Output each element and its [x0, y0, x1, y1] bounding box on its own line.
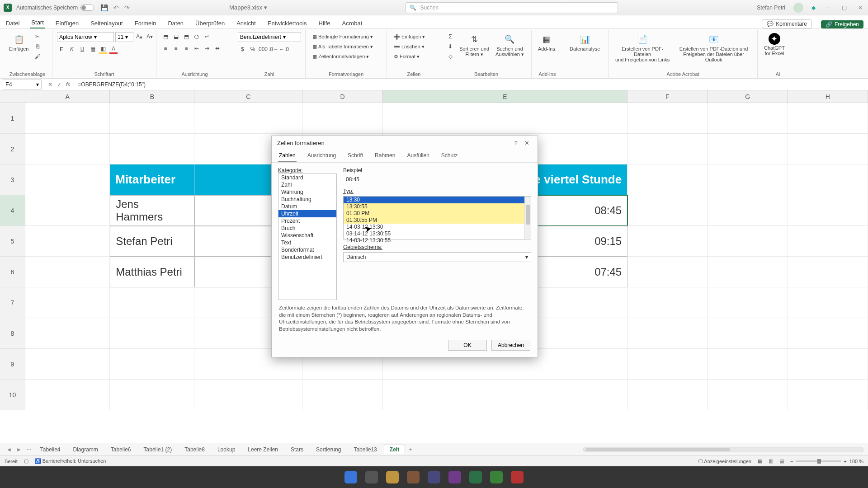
dialog-titlebar[interactable]: Zellen formatieren ? ✕: [272, 136, 538, 150]
type-option[interactable]: 14-03-12 13:30: [344, 224, 531, 230]
type-scrollbar[interactable]: [524, 197, 531, 239]
sort-filter-button[interactable]: ⇅Sortieren und Filtern ▾: [458, 32, 491, 58]
font-color-icon[interactable]: A: [109, 45, 118, 54]
dialog-help-button[interactable]: ?: [510, 140, 521, 146]
maximize-button[interactable]: ▢: [840, 5, 848, 11]
view-pagelayout-icon[interactable]: ▥: [769, 458, 773, 464]
category-listbox[interactable]: Standard Zahl Währung Buchhaltung Datum …: [278, 174, 337, 300]
type-listbox[interactable]: 13:30 13:30:55 01:30 PM 01:30:55 PM 14-0…: [343, 196, 531, 239]
sheet-tab-active[interactable]: Zeit: [384, 445, 405, 454]
taskbar-app-icon[interactable]: [428, 471, 440, 483]
category-item[interactable]: Buchhaltung: [278, 196, 336, 203]
taskbar-app-icon[interactable]: [344, 471, 357, 483]
dialog-tab-rahmen[interactable]: Rahmen: [374, 150, 396, 162]
col-header-C[interactable]: C: [194, 90, 302, 103]
paste-button[interactable]: 📋Einfügen: [7, 32, 30, 52]
cancel-button[interactable]: Abbrechen: [491, 340, 530, 351]
type-option[interactable]: 14-03-12 13:30:55: [344, 237, 531, 244]
tab-review[interactable]: Überprüfen: [194, 20, 226, 28]
decrease-font-icon[interactable]: A▾: [145, 32, 154, 41]
cut-icon[interactable]: ✂: [33, 32, 42, 41]
font-name-dropdown[interactable]: Aptos Narrow▾: [57, 32, 114, 42]
formula-input[interactable]: =OBERGRENZE(D4;"0:15"): [74, 81, 868, 88]
locale-dropdown[interactable]: Dänisch ▾: [343, 252, 531, 262]
row-header-5[interactable]: 5: [0, 226, 25, 257]
increase-indent-icon[interactable]: ⇥: [203, 44, 212, 53]
col-header-G[interactable]: G: [708, 90, 788, 103]
ok-button[interactable]: OK: [448, 340, 487, 351]
copy-icon[interactable]: ⎘: [33, 42, 42, 51]
type-option[interactable]: 01:30 PM: [344, 210, 531, 217]
dialog-tab-ausfuellen[interactable]: Ausfüllen: [406, 150, 430, 162]
comments-button[interactable]: 💬 Kommentare: [762, 19, 812, 28]
merge-icon[interactable]: ⬌: [213, 44, 222, 53]
horizontal-scrollbar[interactable]: [583, 447, 863, 452]
sheet-nav-more-icon[interactable]: ⋯: [24, 446, 33, 453]
sheet-tab[interactable]: Diagramm: [67, 445, 104, 454]
dialog-tab-ausrichtung[interactable]: Ausrichtung: [307, 150, 337, 162]
format-cells-button[interactable]: ⚙ Format ▾: [392, 52, 422, 61]
decrease-indent-icon[interactable]: ⇤: [192, 44, 201, 53]
cell-styles-button[interactable]: ▦ Zellenformatvorlagen ▾: [310, 52, 371, 61]
row-header-9[interactable]: 9: [0, 349, 25, 380]
taskbar-app-icon[interactable]: [365, 471, 378, 483]
border-icon[interactable]: ▦: [88, 45, 97, 54]
create-pdf-link-button[interactable]: 📄Erstellen von PDF-Dateien und Freigeben…: [613, 32, 672, 63]
tab-acrobat[interactable]: Acrobat: [341, 20, 364, 28]
category-item[interactable]: Prozent: [278, 217, 336, 225]
category-item[interactable]: Text: [278, 239, 336, 246]
fx-icon[interactable]: fx: [66, 81, 70, 88]
cancel-formula-icon[interactable]: ✕: [48, 81, 52, 88]
sheet-nav-next-icon[interactable]: ►: [14, 446, 24, 453]
zoom-value[interactable]: 100 %: [849, 459, 863, 464]
category-item[interactable]: Datum: [278, 203, 336, 210]
addins-button[interactable]: ▦Add-Ins: [536, 32, 557, 52]
align-center-icon[interactable]: ≡: [171, 44, 180, 53]
comma-icon[interactable]: 000: [259, 45, 268, 54]
tab-formulas[interactable]: Formeln: [133, 20, 158, 28]
font-size-dropdown[interactable]: 11▾: [115, 32, 133, 42]
sheet-tab[interactable]: Lookup: [212, 445, 241, 454]
user-name[interactable]: Stefan Petri: [757, 5, 785, 11]
undo-icon[interactable]: ↶: [113, 4, 119, 11]
taskbar-app-icon[interactable]: [386, 471, 399, 483]
category-item[interactable]: Bruch: [278, 225, 336, 232]
taskbar-app-icon[interactable]: [490, 471, 503, 483]
select-all-button[interactable]: [0, 90, 25, 103]
sheet-tab[interactable]: Stars: [285, 445, 309, 454]
number-format-dropdown[interactable]: Benutzerdefiniert▾: [238, 32, 301, 42]
dialog-close-button[interactable]: ✕: [521, 140, 532, 146]
fill-color-icon[interactable]: ◧: [99, 45, 108, 54]
cell-b6[interactable]: Matthias Petri: [110, 257, 194, 287]
wrap-text-icon[interactable]: ↵: [203, 32, 212, 41]
present-icon[interactable]: ◆: [811, 5, 816, 11]
dialog-tab-schutz[interactable]: Schutz: [440, 150, 459, 162]
row-header-4[interactable]: 4: [0, 195, 25, 226]
minimize-button[interactable]: —: [824, 5, 832, 11]
type-option[interactable]: 03-14-12 13:30:55: [344, 230, 531, 237]
tab-data[interactable]: Daten: [166, 20, 185, 28]
find-select-button[interactable]: 🔍Suchen und Auswählen ▾: [494, 32, 526, 58]
data-analysis-button[interactable]: 📊Datenanalyse: [568, 32, 602, 52]
category-item[interactable]: Zahl: [278, 181, 336, 188]
cell-b4[interactable]: Jens Hammers: [110, 195, 194, 226]
taskbar-app-icon[interactable]: [511, 471, 524, 483]
sheet-tab[interactable]: Tabelle4: [34, 445, 66, 454]
align-top-icon[interactable]: ⬒: [161, 32, 170, 41]
delete-cells-button[interactable]: ➖ Löschen ▾: [392, 42, 427, 51]
type-option-selected[interactable]: 13:30: [344, 197, 531, 203]
enter-formula-icon[interactable]: ✓: [57, 81, 61, 88]
col-header-H[interactable]: H: [788, 90, 868, 103]
row-header-2[interactable]: 2: [0, 134, 25, 164]
row-header-6[interactable]: 6: [0, 257, 25, 287]
increase-font-icon[interactable]: A▴: [135, 32, 144, 41]
format-painter-icon[interactable]: 🖌: [33, 52, 42, 61]
user-avatar-icon[interactable]: [793, 3, 803, 13]
toggle-switch-icon[interactable]: [80, 5, 94, 11]
tab-file[interactable]: Datei: [5, 20, 21, 28]
type-option[interactable]: 01:30:55 PM: [344, 217, 531, 224]
orientation-icon[interactable]: ⭯: [192, 32, 201, 41]
align-bottom-icon[interactable]: ⬒: [182, 32, 191, 41]
category-item[interactable]: Währung: [278, 188, 336, 196]
tab-pagelayout[interactable]: Seitenlayout: [89, 20, 124, 28]
